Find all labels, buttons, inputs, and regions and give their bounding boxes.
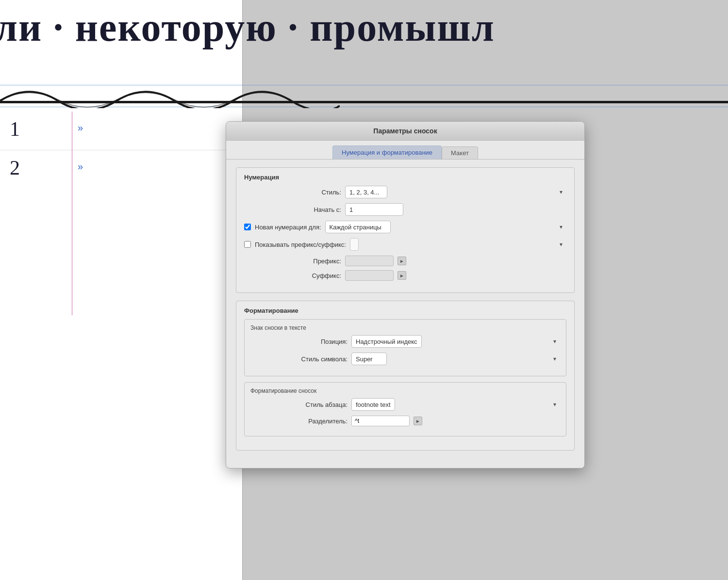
position-select[interactable]: Надстрочный индекс Нормальный: [351, 335, 422, 348]
tab-numbering[interactable]: Нумерация и форматирование: [332, 145, 442, 159]
new-numbering-checkbox[interactable]: [244, 224, 251, 230]
prefix-label: Префикс:: [244, 258, 341, 265]
show-prefix-label: Показывать префикс/суффикс:: [255, 241, 346, 248]
footnote-formatting-group: Форматирование сносок Стиль абзаца: foot…: [244, 382, 566, 436]
suffix-label: Суффикс:: [244, 272, 341, 279]
position-row: Позиция: Надстрочный индекс Нормальный: [250, 335, 560, 348]
style-select[interactable]: 1, 2, 3, 4... I, II, III, IV... i, ii, i…: [345, 186, 387, 198]
prefix-row: Префикс: ►: [244, 256, 566, 266]
footnote-arrow-1: »: [78, 122, 83, 133]
char-style-select[interactable]: Super Normal Subscript: [351, 353, 387, 365]
style-label: Стиль:: [244, 189, 341, 196]
footnote-row-2: 2 »: [0, 150, 238, 189]
show-prefix-select-wrapper: [350, 238, 566, 251]
para-style-row: Стиль абзаца: footnote text Body Text No…: [250, 398, 560, 411]
separator-arrow-btn[interactable]: ►: [414, 417, 422, 425]
page-header-text: ли · некоторую · промышл: [0, 5, 495, 50]
style-row: Стиль: 1, 2, 3, 4... I, II, III, IV... i…: [244, 186, 566, 198]
tab-bar: Нумерация и форматирование Макет: [226, 141, 584, 160]
footnote-mark-group: Знак сноски в тексте Позиция: Надстрочны…: [244, 319, 566, 376]
prefix-input[interactable]: [345, 256, 394, 266]
style-select-wrapper: 1, 2, 3, 4... I, II, III, IV... i, ii, i…: [345, 186, 566, 198]
position-select-wrapper: Надстрочный индекс Нормальный: [351, 335, 560, 348]
footnote-options-dialog: Параметры сносок Нумерация и форматирова…: [226, 121, 585, 468]
footnote-row-1: 1 »: [0, 112, 238, 150]
new-numbering-select[interactable]: Каждой страницы Каждого раздела Каждого …: [325, 221, 391, 233]
footnote-number-2: 2: [10, 156, 39, 179]
new-numbering-select-wrapper: Каждой страницы Каждого раздела Каждого …: [325, 221, 566, 233]
suffix-input[interactable]: [345, 270, 394, 281]
start-row: Начать с:: [244, 203, 566, 216]
prefix-arrow-btn[interactable]: ►: [397, 257, 406, 265]
footnote-arrow-2: »: [78, 161, 83, 172]
separator-input[interactable]: [351, 416, 410, 426]
squiggle-decoration: [0, 86, 340, 108]
formatting-section: Форматирование Знак сноски в тексте Пози…: [236, 301, 575, 451]
start-input[interactable]: [345, 203, 403, 216]
guide-line-top: [0, 85, 728, 85]
numbering-section: Нумерация Стиль: 1, 2, 3, 4... I, II, II…: [236, 167, 575, 293]
char-style-select-wrapper: Super Normal Subscript: [351, 353, 560, 365]
footnote-mark-group-title: Знак сноски в тексте: [250, 324, 560, 331]
show-prefix-checkbox[interactable]: [244, 241, 251, 248]
char-style-row: Стиль символа: Super Normal Subscript: [250, 353, 560, 365]
dialog-titlebar: Параметры сносок: [226, 122, 584, 141]
footnote-formatting-group-title: Форматирование сносок: [250, 387, 560, 394]
dialog-title: Параметры сносок: [373, 127, 437, 135]
position-label: Позиция:: [250, 338, 347, 345]
para-style-select[interactable]: footnote text Body Text Normal: [351, 398, 395, 411]
numbering-section-title: Нумерация: [244, 174, 566, 181]
para-style-label: Стиль абзаца:: [250, 401, 347, 408]
separator-label: Разделитель:: [250, 418, 347, 425]
start-label: Начать с:: [244, 206, 341, 213]
new-numbering-label: Новая нумерация для:: [255, 224, 321, 231]
footnote-section: 1 » 2 »: [0, 112, 238, 189]
show-prefix-row: Показывать префикс/суффикс:: [244, 238, 566, 251]
footnote-number-1: 1: [10, 117, 39, 141]
suffix-arrow-btn[interactable]: ►: [397, 271, 406, 280]
show-prefix-select[interactable]: [350, 238, 359, 251]
formatting-section-title: Форматирование: [244, 307, 566, 314]
dialog-body: Нумерация Стиль: 1, 2, 3, 4... I, II, II…: [226, 167, 584, 451]
suffix-row: Суффикс: ►: [244, 270, 566, 281]
new-numbering-row: Новая нумерация для: Каждой страницы Каж…: [244, 221, 566, 233]
char-style-label: Стиль символа:: [250, 355, 347, 363]
para-style-select-wrapper: footnote text Body Text Normal: [351, 398, 560, 411]
tab-layout[interactable]: Макет: [442, 146, 478, 159]
separator-row: Разделитель: ►: [250, 416, 560, 426]
section-rule: [0, 101, 728, 103]
pink-border: [72, 112, 72, 315]
